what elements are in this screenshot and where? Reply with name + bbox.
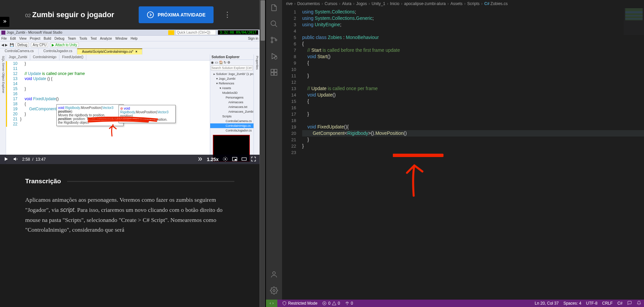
volume-button[interactable]: [13, 156, 18, 163]
expand-sidebar-button[interactable]: [0, 17, 9, 27]
vs-side-panel: SQL Server Object Explorer: [0, 54, 6, 164]
vscode-pane: rive›Documentos›Cursos›Alura›Jogos›Unity…: [266, 0, 644, 307]
vs-menu-item[interactable]: Tools: [79, 37, 87, 40]
source-control-icon[interactable]: [270, 36, 278, 44]
vs-tab[interactable]: ControlaCamera.cs: [0, 48, 39, 54]
video-content: Jogo_Zumbi - Microsoft Visual Studio 3:3…: [0, 30, 260, 164]
activity-bar: [266, 0, 282, 300]
encoding-button[interactable]: UTF-8: [586, 301, 597, 306]
pip-button[interactable]: [232, 156, 237, 163]
svg-rect-11: [271, 73, 274, 75]
breadcrumb[interactable]: rive›Documentos›Cursos›Alura›Jogos›Unity…: [282, 0, 644, 7]
warning-icon: [168, 30, 174, 35]
extensions-icon[interactable]: [270, 68, 278, 77]
remote-button[interactable]: [266, 300, 277, 307]
vs-menu-item[interactable]: Build: [44, 37, 51, 40]
lesson-header: 02Zumbi seguir o jogador PRÓXIMA ATIVIDA…: [0, 0, 260, 30]
svg-point-5: [271, 21, 276, 26]
vs-tab[interactable]: ControlaJogador.cs: [39, 48, 77, 54]
settings-gear-icon[interactable]: [270, 286, 278, 295]
solution-explorer[interactable]: Solution Explorer ◉ ▭ 🏠 ↻ ⚙ ▸ Solution '…: [210, 54, 254, 164]
alura-pane: 02Zumbi seguir o jogador PRÓXIMA ATIVIDA…: [0, 0, 260, 307]
vs-menu-item[interactable]: File: [1, 37, 7, 40]
explorer-icon[interactable]: [270, 3, 278, 12]
vs-menu-item[interactable]: Team: [68, 37, 76, 40]
status-bar: Restricted Mode 0 0 0 Ln 20, Col 37 Spac…: [266, 300, 644, 307]
vs-menu-item[interactable]: Window: [115, 37, 127, 40]
svg-rect-3: [235, 159, 236, 160]
clock-overlay: 3:32:08 09/04/2017: [218, 30, 258, 35]
restricted-mode-button[interactable]: Restricted Mode: [282, 301, 317, 306]
svg-point-6: [271, 37, 273, 39]
svg-point-14: [273, 272, 275, 274]
solution-search-input[interactable]: [211, 66, 253, 70]
vs-toolbar: ◀ ▶💾 Debug Any CPU ▶ Attach to Unity: [0, 41, 260, 48]
config-select[interactable]: Debug: [16, 43, 29, 47]
vs-editor[interactable]: Jogo_ZumbiControlaInimigoFixedUpdate() 1…: [6, 54, 210, 164]
svg-point-7: [271, 41, 273, 43]
lesson-title: 02Zumbi seguir o jogador: [25, 10, 132, 19]
svg-rect-13: [274, 69, 277, 72]
svg-point-1: [225, 158, 226, 160]
quick-launch-input[interactable]: [176, 30, 216, 35]
properties-panel: Properties: [254, 54, 260, 164]
intellisense-tooltip: void Rigidbody.MovePosition(Vector3 posi…: [56, 104, 124, 126]
cursor-position[interactable]: Ln 20, Col 37: [535, 301, 559, 306]
vs-menu-item[interactable]: Help: [131, 37, 138, 40]
feedback-icon[interactable]: [627, 301, 632, 306]
indent-button[interactable]: Spaces: 4: [563, 301, 581, 306]
vs-menu-item[interactable]: View: [19, 37, 27, 40]
video-controls: 2:58 / 13:47 1.25x: [0, 155, 260, 164]
play-button[interactable]: [3, 156, 9, 163]
ports-button[interactable]: 0: [345, 301, 353, 306]
language-button[interactable]: C#: [617, 301, 623, 306]
speed-button[interactable]: 1.25x: [207, 157, 219, 162]
visual-studio-icon: [1, 31, 5, 35]
svg-point-8: [275, 39, 277, 41]
theater-button[interactable]: [241, 156, 247, 163]
svg-rect-10: [271, 69, 274, 72]
error-tooltip: ⊘ void Rigidbody.MovePosition(Vector3 po…: [119, 105, 176, 123]
search-icon[interactable]: [270, 20, 278, 28]
platform-select[interactable]: Any CPU: [31, 43, 48, 47]
run-debug-icon[interactable]: [270, 52, 278, 61]
minimap[interactable]: [624, 8, 644, 35]
svg-point-15: [273, 290, 275, 292]
svg-rect-12: [274, 73, 277, 75]
more-menu-button[interactable]: ⋮: [220, 8, 234, 21]
svg-point-0: [147, 12, 153, 18]
vs-menu-item[interactable]: Project: [30, 37, 40, 40]
fullscreen-button[interactable]: [251, 156, 256, 163]
transcript-heading: Transcrição: [25, 178, 61, 185]
vs-menu-item[interactable]: Debug: [54, 37, 64, 40]
vs-menu-item[interactable]: Edit: [10, 37, 16, 40]
video-time: 2:58 / 13:47: [22, 157, 46, 162]
next-activity-button[interactable]: PRÓXIMA ATIVIDADE: [139, 6, 214, 23]
svg-rect-4: [242, 158, 246, 160]
vs-menu-bar: FileEditViewProjectBuildDebugTeamToolsTe…: [0, 36, 260, 41]
code-editor[interactable]: 1234567891011121314151617181920212223 us…: [282, 7, 644, 300]
video-player[interactable]: Jogo_Zumbi - Microsoft Visual Studio 3:3…: [0, 30, 260, 164]
transcript-section: Transcrição Aplicamos animações aos pers…: [0, 164, 260, 307]
transcript-body: Aplicamos animações aos personagens. Ver…: [25, 195, 234, 235]
accounts-icon[interactable]: [270, 270, 278, 279]
skip-forward-button[interactable]: [197, 156, 203, 163]
vs-menu-item[interactable]: Test: [91, 37, 97, 40]
eol-button[interactable]: CRLF: [602, 301, 612, 306]
settings-button[interactable]: [223, 156, 228, 163]
vs-editor-tabs: ControlaCamera.csControlaJogador.csAsset…: [0, 48, 260, 54]
notifications-icon[interactable]: [637, 301, 641, 306]
problems-button[interactable]: 0 0: [322, 301, 340, 306]
pane-divider[interactable]: [260, 0, 266, 307]
vs-menu-item[interactable]: Analyze: [100, 37, 112, 40]
vs-tab[interactable]: Assets\Scripts\ControlaInimigo.cs*×: [77, 48, 142, 54]
